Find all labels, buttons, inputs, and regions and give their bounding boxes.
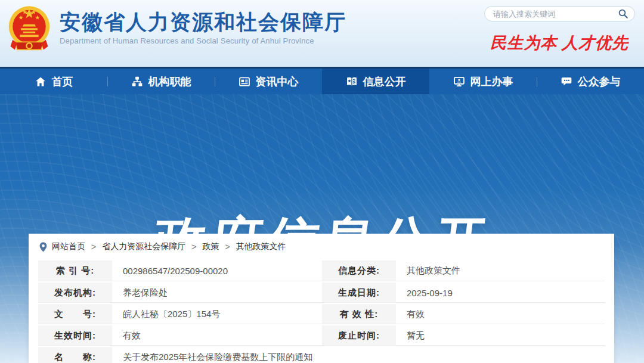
search-input[interactable] — [493, 10, 618, 18]
nav-label: 网上办事 — [470, 75, 513, 89]
search-icon — [618, 8, 628, 19]
document-metadata-table: 索 引 号: 002986547/202509-00020 信息分类: 其他政策… — [38, 260, 605, 363]
site-title-block: 安徽省人力资源和社会保障厅 Department of Human Resour… — [60, 10, 346, 45]
breadcrumb: 网站首页 > 省人力资源社会保障厅 > 政策 > 其他政策文件 — [29, 234, 614, 257]
info-category-label: 信息分类: — [322, 260, 396, 282]
breadcrumb-policy[interactable]: 政策 — [202, 241, 219, 252]
table-row: 文 号: 皖人社秘〔2025〕154号 有 效 性: 有效 — [38, 303, 605, 325]
generation-date-value: 2025-09-19 — [396, 282, 605, 303]
org-chart-icon — [131, 76, 143, 88]
main-nav: 首页 机构职能 资讯中心 信息公开 — [0, 67, 644, 94]
search-button[interactable] — [618, 8, 628, 19]
nav-label: 首页 — [52, 75, 73, 89]
national-emblem-logo[interactable] — [7, 3, 51, 58]
document-number-label: 文 号: — [38, 303, 112, 325]
repeal-time-label: 废止时间: — [322, 325, 396, 346]
document-name-value: 关于发布2025年社会保险缴费基数上下限的通知 — [112, 346, 605, 363]
breadcrumb-current[interactable]: 其他政策文件 — [236, 241, 286, 252]
index-number-value: 002986547/202509-00020 — [112, 260, 322, 282]
slogan-calligraphy: 民生为本 人才优先 — [482, 32, 637, 54]
nav-item-info-disclosure[interactable]: 信息公开 — [322, 69, 429, 94]
site-subtitle: Department of Human Resources and Social… — [60, 36, 346, 45]
document-number-value: 皖人社秘〔2025〕154号 — [112, 303, 322, 325]
breadcrumb-department[interactable]: 省人力资源社会保障厅 — [102, 241, 185, 252]
validity-value: 有效 — [396, 303, 605, 325]
table-row: 发布机构: 养老保险处 生成日期: 2025-09-19 — [38, 282, 605, 303]
issuing-agency-value: 养老保险处 — [112, 282, 322, 303]
nav-label: 机构职能 — [148, 75, 191, 89]
breadcrumb-separator: > — [191, 242, 196, 252]
nav-label: 公众参与 — [578, 75, 621, 89]
info-disclosure-card: 网站首页 > 省人力资源社会保障厅 > 政策 > 其他政策文件 索 引 号: 0… — [29, 234, 614, 363]
nav-item-news-center[interactable]: 资讯中心 — [215, 69, 322, 94]
chat-icon — [561, 76, 572, 88]
site-title: 安徽省人力资源和社会保障厅 — [60, 10, 346, 34]
breadcrumb-home[interactable]: 网站首页 — [52, 241, 85, 252]
repeal-time-value: 暂无 — [396, 325, 605, 346]
breadcrumb-separator: > — [225, 242, 230, 252]
national-emblem-icon — [7, 3, 51, 58]
nav-label: 资讯中心 — [256, 75, 299, 89]
index-number-label: 索 引 号: — [38, 260, 112, 282]
nav-item-functions[interactable]: 机构职能 — [107, 69, 215, 94]
nav-item-public-participation[interactable]: 公众参与 — [537, 69, 644, 94]
breadcrumb-separator: > — [91, 242, 96, 252]
site-header: 安徽省人力资源和社会保障厅 Department of Human Resour… — [0, 0, 644, 67]
effective-time-label: 生效时间: — [38, 325, 112, 346]
nav-label: 信息公开 — [363, 75, 406, 89]
home-icon — [35, 76, 47, 88]
document-name-label: 名 称: — [38, 346, 112, 363]
search-box — [484, 6, 635, 21]
computer-icon — [453, 76, 465, 88]
news-icon — [239, 76, 250, 88]
nav-item-home[interactable]: 首页 — [0, 69, 107, 94]
generation-date-label: 生成日期: — [322, 282, 396, 303]
table-row: 索 引 号: 002986547/202509-00020 信息分类: 其他政策… — [38, 260, 605, 282]
open-book-icon — [346, 76, 358, 88]
validity-label: 有 效 性: — [322, 303, 396, 325]
info-category-value: 其他政策文件 — [396, 260, 605, 282]
table-row: 生效时间: 有效 废止时间: 暂无 — [38, 325, 605, 346]
location-pin-icon — [39, 242, 47, 252]
nav-item-online-services[interactable]: 网上办事 — [429, 69, 537, 94]
effective-time-value: 有效 — [112, 325, 322, 346]
table-row: 名 称: 关于发布2025年社会保险缴费基数上下限的通知 — [38, 346, 605, 363]
issuing-agency-label: 发布机构: — [38, 282, 112, 303]
